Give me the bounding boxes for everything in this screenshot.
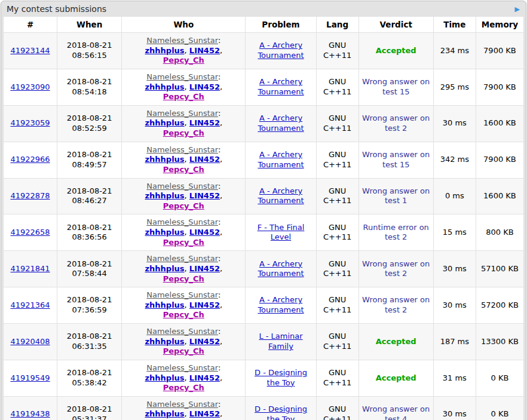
column-header: Time <box>433 17 476 33</box>
table-wrapper: #WhenWhoProblemLangVerdictTimeMemory 419… <box>1 16 526 420</box>
problem-link[interactable]: A - Archery Tournament <box>258 295 304 314</box>
table-row: 419230592018-08-21 08:52:59Nameless_Suns… <box>4 105 524 142</box>
problem-link[interactable]: A - Archery Tournament <box>258 186 304 206</box>
when-time: 08:56:15 <box>72 51 106 60</box>
submission-id-link[interactable]: 41922878 <box>10 191 50 200</box>
team-link[interactable]: Nameless_Sunstar <box>146 254 218 263</box>
member-handle-link[interactable]: zhhhplus <box>145 191 185 200</box>
submission-memory-cell: 0 KB <box>476 360 523 396</box>
member-handle-link[interactable]: Pepcy_Ch <box>163 165 204 174</box>
submission-when-cell: 2018-08-21 08:36:56 <box>57 214 122 251</box>
verdict-text: Wrong answer on test 4 <box>362 404 430 420</box>
team-link[interactable]: Nameless_Sunstar <box>146 290 218 299</box>
member-handle-link[interactable]: zhhhplus <box>145 118 185 127</box>
separator: , <box>185 409 189 418</box>
when-time: 06:31:35 <box>72 342 106 351</box>
submission-verdict-cell: Wrong answer on test 2 <box>359 251 433 287</box>
member-handle-link[interactable]: Pepcy_Ch <box>163 310 204 319</box>
member-handle-link[interactable]: LIN452 <box>189 301 220 309</box>
member-handle-link[interactable]: Pepcy_Ch <box>163 274 204 283</box>
submission-id-cell: 41922966 <box>4 142 57 178</box>
member-handle-link[interactable]: Pepcy_Ch <box>163 201 204 210</box>
member-handle-link[interactable]: LIN452 <box>189 191 220 200</box>
member-handle-link[interactable]: LIN452 <box>189 373 220 382</box>
table-row: 419230902018-08-21 08:54:18Nameless_Suns… <box>4 69 524 105</box>
submission-id-link[interactable]: 41922658 <box>10 228 50 237</box>
team-link[interactable]: Nameless_Sunstar <box>146 217 218 226</box>
member-handle-link[interactable]: LIN452 <box>189 82 220 91</box>
submission-id-link[interactable]: 41919549 <box>10 373 50 382</box>
problem-link[interactable]: F - The Final Level <box>258 223 305 242</box>
team-link[interactable]: Nameless_Sunstar <box>146 363 218 372</box>
team-link[interactable]: Nameless_Sunstar <box>146 109 218 118</box>
problem-link[interactable]: D - Designing the Toy <box>255 404 307 420</box>
problem-link[interactable]: D - Designing the Toy <box>255 368 307 387</box>
member-handle-link[interactable]: zhhhplus <box>145 228 185 237</box>
submission-id-link[interactable]: 41921841 <box>10 264 50 273</box>
member-handle-link[interactable]: zhhhplus <box>145 264 185 273</box>
submission-id-link[interactable]: 41920408 <box>10 337 50 346</box>
team-link[interactable]: Nameless_Sunstar <box>146 36 218 45</box>
when-time: 07:58:44 <box>72 269 106 278</box>
member-handle-link[interactable]: LIN452 <box>189 155 220 164</box>
separator: : <box>218 254 220 263</box>
expand-arrow-icon[interactable]: ▶ <box>515 6 520 13</box>
submission-who-cell: Nameless_Sunstar: zhhhplus, LIN452, Pepc… <box>122 396 246 420</box>
submission-verdict-cell: Wrong answer on test 2 <box>359 105 433 142</box>
member-handle-link[interactable]: zhhhplus <box>145 155 185 164</box>
submission-id-link[interactable]: 41921364 <box>10 301 50 309</box>
member-handle-link[interactable]: zhhhplus <box>145 46 185 55</box>
submission-problem-cell: D - Designing the Toy <box>246 396 316 420</box>
widget-caption-bar: My contest submissions ▶ <box>1 1 526 16</box>
problem-link[interactable]: A - Archery Tournament <box>258 77 304 96</box>
member-handle-link[interactable]: Pepcy_Ch <box>163 128 204 137</box>
submission-who-cell: Nameless_Sunstar: zhhhplus, LIN452, Pepc… <box>122 142 246 178</box>
team-link[interactable]: Nameless_Sunstar <box>146 400 218 409</box>
problem-link[interactable]: A - Archery Tournament <box>258 41 304 60</box>
problem-link[interactable]: L - Laminar Family <box>259 332 302 351</box>
submission-who-cell: Nameless_Sunstar: zhhhplus, LIN452, Pepc… <box>122 214 246 251</box>
submission-time-cell: 295 ms <box>433 69 476 105</box>
member-handle-link[interactable]: LIN452 <box>189 264 220 273</box>
submission-time-cell: 30 ms <box>433 251 476 287</box>
submission-who-cell: Nameless_Sunstar: zhhhplus, LIN452, Pepc… <box>122 251 246 287</box>
submission-id-link[interactable]: 41923090 <box>10 82 50 91</box>
submission-id-link[interactable]: 41923144 <box>10 46 50 55</box>
submission-id-link[interactable]: 41922966 <box>10 155 50 164</box>
submission-id-link[interactable]: 41919438 <box>10 409 50 418</box>
when-date: 2018-08-21 <box>67 150 112 159</box>
submission-verdict-cell: Wrong answer on test 15 <box>359 69 433 105</box>
submission-who-cell: Nameless_Sunstar: zhhhplus, LIN452, Pepc… <box>122 324 246 360</box>
submission-problem-cell: A - Archery Tournament <box>246 287 316 324</box>
member-handle-link[interactable]: Pepcy_Ch <box>163 347 204 355</box>
team-link[interactable]: Nameless_Sunstar <box>146 327 218 336</box>
separator: , <box>185 155 189 164</box>
team-link[interactable]: Nameless_Sunstar <box>146 145 218 154</box>
member-handle-link[interactable]: LIN452 <box>189 118 220 127</box>
member-handle-link[interactable]: Pepcy_Ch <box>163 383 204 392</box>
submission-verdict-cell: Accepted <box>359 324 433 360</box>
member-handle-link[interactable]: zhhhplus <box>145 337 185 346</box>
team-link[interactable]: Nameless_Sunstar <box>146 182 218 191</box>
problem-link[interactable]: A - Archery Tournament <box>258 259 304 278</box>
member-handle-link[interactable]: zhhhplus <box>145 409 185 418</box>
team-link[interactable]: Nameless_Sunstar <box>146 72 218 81</box>
submission-who-cell: Nameless_Sunstar: zhhhplus, LIN452, Pepc… <box>122 105 246 142</box>
submission-verdict-cell: Runtime error on test 2 <box>359 214 433 251</box>
verdict-text: Wrong answer on test 2 <box>362 259 430 278</box>
member-handle-link[interactable]: zhhhplus <box>145 301 185 309</box>
member-handle-link[interactable]: LIN452 <box>189 409 220 418</box>
member-handle-link[interactable]: Pepcy_Ch <box>163 238 204 247</box>
member-handle-link[interactable]: LIN452 <box>189 337 220 346</box>
member-handle-link[interactable]: LIN452 <box>189 46 220 55</box>
problem-link[interactable]: A - Archery Tournament <box>258 150 304 169</box>
submission-id-link[interactable]: 41923059 <box>10 118 50 127</box>
member-handle-link[interactable]: Pepcy_Ch <box>163 92 204 101</box>
submission-time-cell: 342 ms <box>433 142 476 178</box>
problem-link[interactable]: A - Archery Tournament <box>258 114 304 133</box>
member-handle-link[interactable]: zhhhplus <box>145 82 185 91</box>
member-handle-link[interactable]: Pepcy_Ch <box>163 56 204 65</box>
member-handle-link[interactable]: zhhhplus <box>145 373 185 382</box>
table-row: 419194382018-08-21 05:31:37Nameless_Suns… <box>4 396 524 420</box>
member-handle-link[interactable]: LIN452 <box>189 228 220 237</box>
